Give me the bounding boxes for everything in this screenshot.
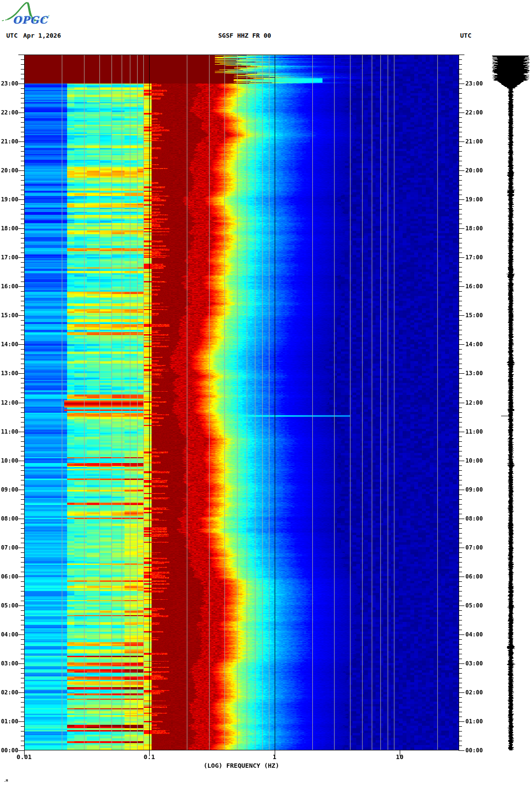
spectrogram-heatmap-canvas	[0, 0, 532, 789]
x-axis-title: (LOG) FREQUENCY (HZ)	[169, 762, 314, 769]
logo-text: OPGC	[13, 14, 48, 26]
spectrogram-page: OPGC OPGC UTC Apr 1,2026 SGSF HHZ FR 00 …	[0, 0, 532, 789]
opgc-logo: OPGC OPGC	[1, 1, 55, 30]
corner-mark: .M	[4, 779, 8, 783]
